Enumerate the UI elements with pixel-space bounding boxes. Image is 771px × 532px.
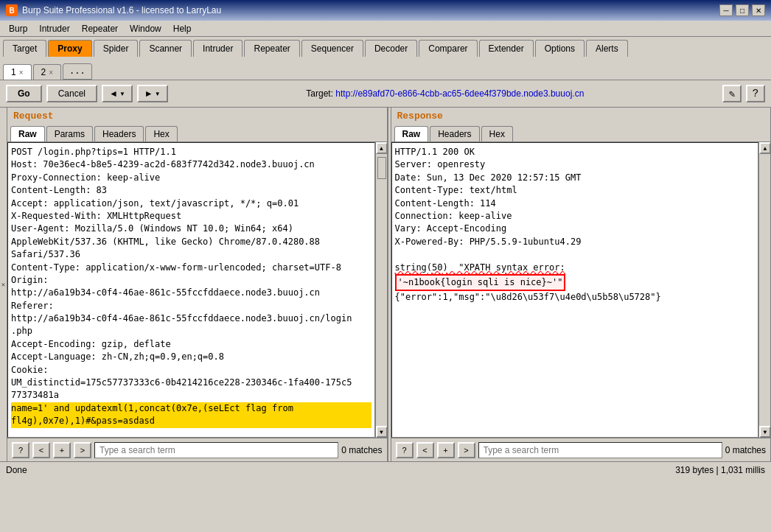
tab-alerts[interactable]: Alerts bbox=[586, 40, 628, 57]
response-content: HTTP/1.1 200 OK Server: openresty Date: … bbox=[395, 146, 756, 304]
request-panel-tabs: Raw Params Headers Hex bbox=[7, 125, 387, 142]
nav-prev-icon: ◄ bbox=[109, 88, 118, 99]
request-search-help-button[interactable]: ? bbox=[12, 442, 29, 458]
tab-repeater[interactable]: Repeater bbox=[244, 40, 299, 57]
title-bar-left: B Burp Suite Professional v1.6 - license… bbox=[6, 4, 221, 16]
tab-sequencer[interactable]: Sequencer bbox=[301, 40, 363, 57]
injected-payload: name=1' and updatexml(1,concat(0x7e,(seL… bbox=[11, 402, 371, 428]
nav-prev-button[interactable]: ◄ ▼ bbox=[102, 85, 133, 102]
tab-spider[interactable]: Spider bbox=[94, 40, 139, 57]
request-search-bar: ? < + > 0 matches bbox=[7, 438, 387, 461]
sub-tab-bar: 1 × 2 × ... bbox=[0, 58, 771, 80]
target-prefix: Target: bbox=[306, 88, 335, 99]
request-tab-params[interactable]: Params bbox=[46, 126, 93, 141]
target-bar: Target: http://e89afd70-e866-4cbb-ac65-6… bbox=[172, 88, 718, 99]
sub-tab-1-close[interactable]: × bbox=[19, 69, 24, 77]
sub-tab-2-close[interactable]: × bbox=[49, 69, 53, 77]
scroll-thumb[interactable] bbox=[377, 157, 386, 179]
status-left: Done bbox=[6, 465, 27, 475]
minimize-button[interactable]: ─ bbox=[719, 4, 733, 16]
response-tab-headers[interactable]: Headers bbox=[430, 126, 479, 141]
response-search-bar: ? < + > 0 matches bbox=[391, 438, 771, 461]
scroll-up-arrow[interactable]: ▲ bbox=[376, 142, 387, 154]
scroll-down-arrow[interactable]: ▼ bbox=[376, 426, 387, 438]
response-scroll-down[interactable]: ▼ bbox=[759, 426, 770, 438]
tab-comparer[interactable]: Comparer bbox=[419, 40, 477, 57]
menu-window[interactable]: Window bbox=[124, 22, 167, 35]
title-controls: ─ □ ✕ bbox=[719, 4, 765, 16]
target-url: http://e89afd70-e866-4cbb-ac65-6dee4f379… bbox=[335, 88, 584, 99]
response-code-area[interactable]: HTTP/1.1 200 OK Server: openresty Date: … bbox=[391, 142, 759, 438]
request-content: POST /login.php?tips=1 HTTP/1.1 Host: 70… bbox=[11, 146, 371, 428]
menu-intruder[interactable]: Intruder bbox=[33, 22, 75, 35]
status-right: 319 bytes | 1,031 millis bbox=[675, 465, 765, 475]
sub-tab-2[interactable]: 2 × bbox=[33, 64, 62, 80]
request-search-input[interactable] bbox=[94, 442, 338, 458]
nav-next-button[interactable]: ► ▼ bbox=[137, 85, 168, 102]
title-bar: B Burp Suite Professional v1.6 - license… bbox=[0, 0, 771, 21]
menu-bar: Burp Intruder Repeater Window Help bbox=[0, 21, 771, 37]
request-search-next-button[interactable]: > bbox=[74, 442, 91, 458]
request-tab-hex[interactable]: Hex bbox=[145, 126, 177, 141]
response-panel-header: Response bbox=[391, 108, 771, 125]
response-search-next-button[interactable]: > bbox=[458, 442, 475, 458]
xpath-error-text: string(50) "XPATH syntax error: bbox=[395, 262, 565, 273]
response-search-help-button[interactable]: ? bbox=[396, 442, 414, 458]
response-search-input[interactable] bbox=[478, 442, 722, 458]
nav-next-icon: ► bbox=[144, 88, 153, 99]
response-search-add-button[interactable]: + bbox=[437, 442, 455, 458]
maximize-button[interactable]: □ bbox=[736, 4, 749, 16]
sub-tab-more[interactable]: ... bbox=[63, 63, 92, 80]
menu-burp[interactable]: Burp bbox=[3, 22, 33, 35]
edit-target-button[interactable]: ✎ bbox=[722, 85, 742, 102]
request-panel-header: Request bbox=[7, 108, 387, 125]
tab-target[interactable]: Target bbox=[3, 40, 46, 57]
app-icon: B bbox=[6, 4, 18, 16]
response-panel-tabs: Raw Headers Hex bbox=[391, 125, 771, 142]
toolbar: Go Cancel ◄ ▼ ► ▼ Target: http://e89afd7… bbox=[0, 80, 771, 108]
close-strip-icon: ✕ bbox=[1, 281, 5, 289]
response-panel: Response Raw Headers Hex HTTP/1.1 200 OK… bbox=[391, 108, 772, 461]
request-search-prev-button[interactable]: < bbox=[32, 442, 50, 458]
nav-next-down-icon: ▼ bbox=[155, 91, 161, 97]
sub-tab-1[interactable]: 1 × bbox=[3, 64, 32, 80]
status-bar: Done 319 bytes | 1,031 millis bbox=[0, 461, 771, 477]
main-tab-bar: Target Proxy Spider Scanner Intruder Rep… bbox=[0, 37, 771, 58]
request-code-area[interactable]: POST /login.php?tips=1 HTTP/1.1 Host: 70… bbox=[7, 142, 375, 438]
menu-repeater[interactable]: Repeater bbox=[76, 22, 124, 35]
response-tab-raw[interactable]: Raw bbox=[394, 126, 429, 141]
tab-scanner[interactable]: Scanner bbox=[139, 40, 192, 57]
tab-options[interactable]: Options bbox=[535, 40, 585, 57]
menu-help[interactable]: Help bbox=[167, 22, 198, 35]
request-search-add-button[interactable]: + bbox=[53, 442, 71, 458]
request-panel: Request Raw Params Headers Hex POST /log… bbox=[7, 108, 388, 461]
app-title: Burp Suite Professional v1.6 - licensed … bbox=[22, 5, 221, 15]
response-match-count: 0 matches bbox=[725, 445, 766, 455]
error-json: {"error":1,"msg":"\u8d26\u53f7\u4e0d\u5b… bbox=[395, 292, 661, 302]
help-button[interactable]: ? bbox=[746, 85, 765, 102]
flag-highlighted: '~n1book{login sqli is nice}~'" bbox=[395, 274, 566, 291]
response-search-prev-button[interactable]: < bbox=[416, 442, 434, 458]
request-tab-raw[interactable]: Raw bbox=[10, 126, 45, 141]
go-button[interactable]: Go bbox=[6, 85, 42, 102]
response-tab-hex[interactable]: Hex bbox=[481, 126, 513, 141]
left-close-strip[interactable]: ✕ bbox=[0, 108, 7, 461]
response-scrollbar[interactable]: ▲ ▼ bbox=[758, 142, 770, 438]
tab-extender[interactable]: Extender bbox=[479, 40, 534, 57]
sub-tab-1-label: 1 bbox=[11, 67, 16, 77]
cancel-button[interactable]: Cancel bbox=[46, 85, 97, 102]
response-scroll-up[interactable]: ▲ bbox=[759, 142, 770, 154]
sub-tab-2-label: 2 bbox=[41, 67, 46, 77]
request-match-count: 0 matches bbox=[341, 445, 382, 455]
close-button[interactable]: ✕ bbox=[752, 4, 765, 16]
request-scrollbar[interactable]: ▲ ▼ bbox=[375, 142, 387, 438]
tab-decoder[interactable]: Decoder bbox=[365, 40, 417, 57]
request-tab-headers[interactable]: Headers bbox=[94, 126, 144, 141]
tab-proxy[interactable]: Proxy bbox=[48, 40, 91, 57]
nav-prev-down-icon: ▼ bbox=[119, 91, 125, 97]
tab-intruder[interactable]: Intruder bbox=[193, 40, 243, 57]
